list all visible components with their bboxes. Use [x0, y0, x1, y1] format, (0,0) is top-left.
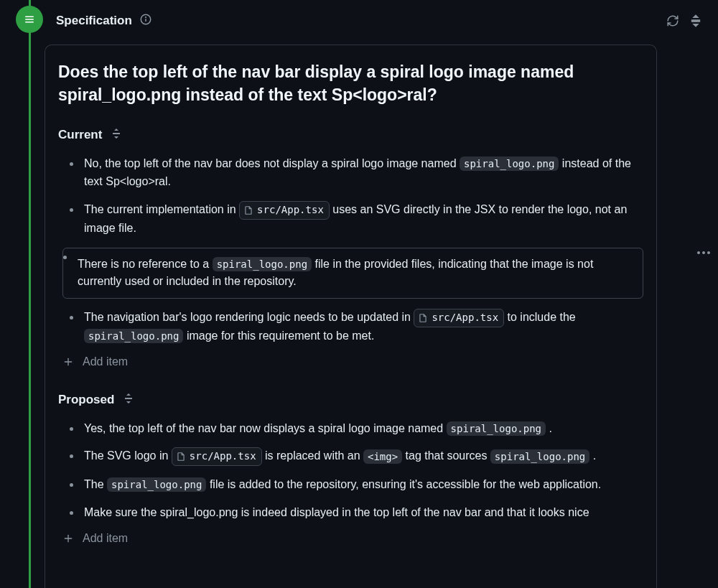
list-item-selected[interactable]: There is no reference to a spiral_logo.p…: [62, 248, 643, 299]
unfold-icon: [689, 14, 702, 27]
refresh-button[interactable]: [665, 13, 681, 29]
file-icon: [243, 205, 253, 215]
list-item[interactable]: The current implementation in src/App.ts…: [70, 201, 643, 237]
list-icon: [23, 13, 36, 26]
code-token: spiral_logo.png: [490, 449, 589, 464]
list-item[interactable]: The spiral_logo.png file is added to the…: [70, 476, 643, 494]
file-chip[interactable]: src/App.tsx: [239, 201, 330, 220]
list-item[interactable]: The SVG logo in src/App.tsx is replaced …: [70, 447, 643, 466]
expand-section-button[interactable]: [111, 128, 122, 142]
file-chip[interactable]: src/App.tsx: [414, 309, 504, 327]
file-chip[interactable]: src/App.tsx: [172, 447, 262, 466]
menu-toggle-button[interactable]: [16, 6, 43, 33]
file-icon: [418, 313, 428, 323]
kebab-icon: [697, 251, 710, 254]
add-item-label: Add item: [83, 355, 128, 368]
svg-point-11: [702, 251, 705, 254]
refresh-icon: [666, 14, 679, 27]
code-token: spiral_logo.png: [213, 257, 312, 271]
code-token: <img>: [363, 449, 402, 464]
svg-point-5: [145, 17, 146, 18]
code-token: spiral_logo.png: [84, 329, 183, 343]
code-token: spiral_logo.png: [460, 157, 559, 171]
row-more-actions[interactable]: [697, 251, 710, 254]
list-item[interactable]: Make sure the spiral_logo.png is indeed …: [70, 504, 643, 522]
current-section-title: Current: [58, 128, 102, 142]
current-section-header: Current: [58, 128, 643, 142]
proposed-section-header: Proposed: [58, 393, 643, 407]
code-token: spiral_logo.png: [107, 477, 206, 492]
header-bar: Specification: [56, 10, 704, 32]
file-icon: [176, 452, 186, 462]
expand-button[interactable]: [688, 13, 704, 29]
proposed-items-list: Yes, the top left of the nav bar now dis…: [58, 420, 643, 522]
add-item-label: Add item: [83, 532, 128, 545]
code-token: spiral_logo.png: [447, 421, 546, 436]
add-item-button[interactable]: Add item: [58, 532, 643, 545]
timeline-rail: [29, 0, 31, 588]
svg-point-12: [707, 251, 710, 254]
list-item[interactable]: The navigation bar's logo rendering logi…: [70, 309, 643, 345]
add-item-button[interactable]: Add item: [58, 355, 643, 368]
specification-card: Does the top left of the nav bar display…: [45, 45, 657, 588]
page-title: Specification: [56, 14, 132, 28]
info-icon[interactable]: [139, 13, 152, 29]
expand-section-button[interactable]: [123, 393, 134, 407]
spec-question: Does the top left of the nav bar display…: [58, 61, 643, 106]
list-item[interactable]: Yes, the top left of the nav bar now dis…: [70, 420, 643, 438]
current-items-list: No, the top left of the nav bar does not…: [58, 155, 643, 345]
plus-icon: [62, 356, 74, 368]
svg-point-10: [697, 251, 700, 254]
plus-icon: [62, 533, 74, 544]
proposed-section-title: Proposed: [58, 393, 114, 407]
list-item[interactable]: No, the top left of the nav bar does not…: [70, 155, 643, 191]
